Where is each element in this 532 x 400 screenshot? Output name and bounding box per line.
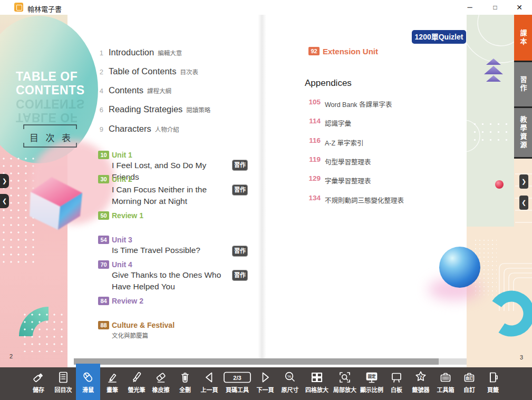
tool-prev-page[interactable]: 上一頁 — [197, 367, 221, 400]
zoom-percent-icon: % — [283, 370, 297, 385]
review2-page-badge: 84 — [98, 297, 109, 305]
review1-label[interactable]: Review 1 — [112, 211, 143, 220]
quizlet-button[interactable]: 1200單Quizlet — [412, 30, 466, 44]
unit3-label[interactable]: Unit 3 — [112, 236, 132, 244]
star-number-icon: 7 — [413, 370, 428, 385]
svg-text:%: % — [287, 374, 291, 379]
tool-original-size[interactable]: % 原尺寸 — [277, 367, 303, 400]
unit4-title[interactable]: Give Thanks to the Ones Who Have Helped … — [112, 269, 234, 292]
dots-pattern — [21, 311, 71, 352]
toc-item-characters[interactable]: 9 Characters人物介紹 — [95, 124, 253, 136]
left-page-cover-art: TABLE OF CONTENTS TABLE OF CONTENTS 目 次 … — [0, 15, 67, 367]
tool-display-ratio[interactable]: 固定 顯示比例 — [359, 367, 385, 400]
teal-ring-shape — [486, 288, 532, 339]
app-logo-icon — [14, 3, 23, 12]
tool-save[interactable]: 儲存 — [26, 367, 51, 400]
toc-item-introduction[interactable]: 1 Introduction編輯大意 — [95, 47, 253, 60]
cover-subtitle-frame: 目 次 表 — [23, 124, 77, 148]
culture-label[interactable]: Culture & Festival — [112, 321, 175, 329]
page-number-box-icon: 2/3 — [223, 370, 252, 385]
page-seam — [258, 15, 266, 358]
tool-region-zoom[interactable]: 局部放大 — [331, 367, 359, 400]
tool-number-picker[interactable]: 7 籤號器 — [408, 367, 433, 400]
svg-text:2/3: 2/3 — [233, 375, 241, 381]
unit1-workbook-button[interactable]: 習作 — [232, 160, 248, 171]
left-panel-expand-button[interactable]: ❯ — [0, 174, 9, 188]
tab-textbook[interactable]: 課本 — [514, 15, 532, 62]
whiteboard-icon — [389, 370, 404, 385]
eraser-icon — [153, 370, 168, 385]
monitor-ratio-icon: 固定 — [364, 370, 379, 385]
right-panel-collapse-button[interactable]: ❮ — [519, 196, 528, 210]
unit2-workbook-button[interactable]: 習作 — [232, 184, 248, 196]
trash-icon — [178, 370, 192, 385]
unit2-label[interactable]: Unit 2 — [112, 175, 132, 183]
unit4-label[interactable]: Unit 4 — [112, 260, 132, 269]
horizontal-scrollbar-track — [74, 358, 467, 365]
tool-next-page[interactable]: 下一頁 — [253, 367, 277, 400]
ebook-reader-window: 翰林電子書 ─ □ ✕ TABLE OF CONTENTS TABLE OF C… — [0, 0, 532, 400]
extension-unit-label[interactable]: Extension Unit — [323, 47, 378, 56]
tool-toolbox[interactable]: 工具箱 — [433, 367, 458, 400]
unit1-page-badge: 10 — [98, 151, 109, 159]
tool-four-grid-zoom[interactable]: 四格放大 — [303, 367, 331, 400]
tool-custom[interactable]: 自訂 自訂 — [458, 367, 481, 400]
tool-mouse[interactable]: 滑鼠 — [76, 364, 100, 400]
unit4-page-badge: 70 — [98, 260, 109, 269]
unit3-page-badge: 54 — [98, 236, 109, 244]
region-zoom-icon — [337, 370, 352, 385]
unit2-title[interactable]: I Can Focus Neither in the Morning Nor a… — [112, 184, 234, 207]
appendix-az-index[interactable]: 116 A-Z 單字索引 — [305, 136, 458, 148]
tool-delete-all[interactable]: 全刪 — [173, 367, 197, 400]
appendix-word-bank[interactable]: 105 Word Bank 各課單字表 — [305, 98, 458, 110]
tool-page-number[interactable]: 2/3 頁碼工具 — [221, 367, 253, 400]
triangles-shape — [479, 58, 508, 86]
tool-back-to-toc[interactable]: 回目次 — [51, 367, 76, 400]
appendix-sentence-patterns[interactable]: 119 句型學習整理表 — [305, 155, 458, 167]
review2-label[interactable]: Review 2 — [112, 297, 143, 305]
tab-workbook[interactable]: 習作 — [514, 62, 532, 108]
appendices-heading: Appendices — [305, 78, 352, 89]
unit3-title[interactable]: Is Time Travel Possible? — [112, 245, 234, 256]
svg-text:自訂: 自訂 — [466, 376, 473, 381]
page-number-right: 3 — [520, 354, 523, 360]
tool-page-tabs[interactable]: 頁籤 — [481, 367, 505, 400]
four-grid-icon — [309, 370, 324, 385]
review1-page-badge: 50 — [98, 211, 109, 220]
tool-eraser[interactable]: 橡皮擦 — [149, 367, 173, 400]
unit3-workbook-button[interactable]: 習作 — [232, 246, 248, 257]
maximize-button[interactable]: □ — [486, 0, 504, 15]
right-panel-expand-button[interactable]: ❯ — [519, 174, 528, 189]
tool-highlighter[interactable]: 螢光筆 — [124, 367, 149, 400]
dots-pattern — [471, 120, 511, 145]
left-panel-collapse-button[interactable]: ❮ — [0, 194, 9, 208]
horizontal-scrollbar-thumb[interactable] — [74, 358, 439, 365]
pencil-icon — [105, 370, 120, 385]
toc-item-table-of-contents[interactable]: 2 Table of Contents目次表 — [95, 66, 253, 79]
appendix-irregular-verbs[interactable]: 134 不規則動詞三態變化整理表 — [305, 194, 458, 206]
close-button[interactable]: ✕ — [510, 0, 528, 15]
unit1-label[interactable]: Unit 1 — [112, 151, 132, 159]
red-ball-shape — [495, 180, 504, 189]
unit2-page-badge: 30 — [98, 175, 109, 183]
svg-text:7: 7 — [419, 375, 422, 380]
toc-item-reading-strategies[interactable]: 6 Reading Strategies閱讀策略 — [95, 104, 253, 117]
usb-save-icon — [31, 370, 46, 385]
toc-item-contents[interactable]: 4 Contents課程大綱 — [95, 85, 253, 98]
page-number-left: 2 — [9, 353, 13, 359]
minimize-button[interactable]: ─ — [461, 0, 479, 15]
appendix-vocabulary[interactable]: 114 認識字彙 — [305, 117, 458, 129]
unit4-workbook-button[interactable]: 習作 — [232, 270, 248, 281]
prev-triangle-icon — [202, 370, 217, 385]
culture-subtitle: 文化與節慶篇 — [112, 331, 148, 339]
tool-whiteboard[interactable]: 白板 — [385, 367, 408, 400]
bottom-toolbar: 儲存 回目次 滑鼠 畫筆 — [0, 367, 532, 400]
toc-document-icon — [56, 370, 71, 385]
appendix-vocab-summary[interactable]: 129 字彙學習整理表 — [305, 174, 458, 186]
mouse-icon — [81, 370, 95, 385]
tool-pen[interactable]: 畫筆 — [100, 367, 124, 400]
cube-shape — [27, 173, 86, 232]
custom-box-icon: 自訂 — [462, 370, 477, 385]
next-triangle-icon — [258, 370, 273, 385]
tab-teaching-resources[interactable]: 教學資源 — [514, 108, 532, 159]
